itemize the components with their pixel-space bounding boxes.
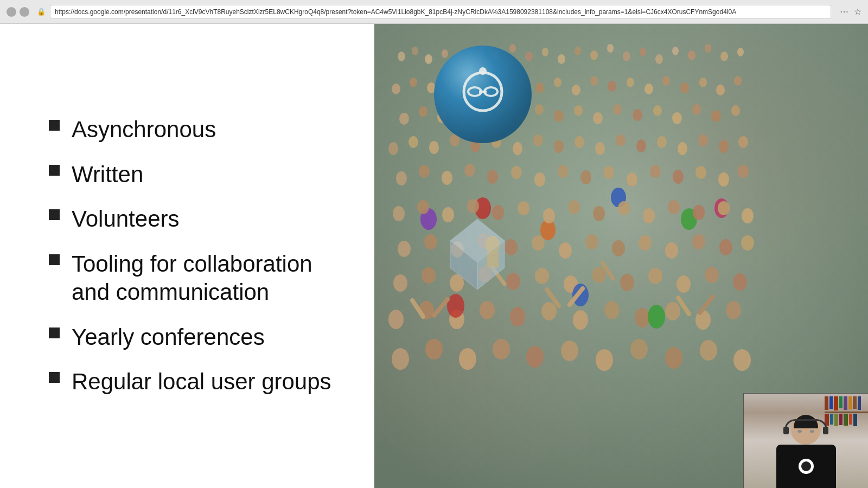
svg-point-141 xyxy=(648,268,662,284)
svg-point-88 xyxy=(603,166,614,179)
svg-point-20 xyxy=(705,44,711,53)
svg-point-3 xyxy=(425,54,432,64)
svg-point-129 xyxy=(741,235,754,251)
svg-point-89 xyxy=(627,172,637,187)
svg-point-67 xyxy=(513,142,522,155)
svg-point-35 xyxy=(608,81,616,92)
svg-point-50 xyxy=(535,104,544,115)
headset-earcup-right xyxy=(823,427,828,434)
bullet-marker xyxy=(49,372,60,383)
svg-point-71 xyxy=(595,142,605,155)
svg-point-115 xyxy=(742,208,754,223)
svg-point-17 xyxy=(655,54,663,64)
address-bar[interactable]: https://docs.google.com/presentation/d/1… xyxy=(50,5,831,19)
svg-point-163 xyxy=(493,339,510,359)
svg-point-140 xyxy=(620,274,634,291)
svg-point-150 xyxy=(541,302,557,320)
svg-point-110 xyxy=(618,201,630,215)
svg-point-23 xyxy=(392,84,400,94)
svg-point-161 xyxy=(425,339,443,359)
svg-point-38 xyxy=(662,76,670,86)
svg-point-91 xyxy=(673,170,684,184)
svg-point-63 xyxy=(429,141,439,154)
forward-button[interactable] xyxy=(20,7,29,17)
svg-point-42 xyxy=(734,76,742,86)
bullet-text-volunteers: Volunteers xyxy=(72,205,179,234)
svg-point-16 xyxy=(640,48,646,56)
svg-point-44 xyxy=(419,106,427,117)
svg-point-92 xyxy=(695,166,706,179)
svg-point-86 xyxy=(558,165,569,178)
list-item: Regular local user groups xyxy=(49,368,342,396)
svg-point-78 xyxy=(738,136,748,148)
svg-point-164 xyxy=(526,346,544,368)
svg-point-2 xyxy=(412,47,418,55)
svg-point-57 xyxy=(672,112,682,124)
svg-point-160 xyxy=(392,348,409,370)
svg-point-34 xyxy=(590,76,598,86)
svg-point-8 xyxy=(509,44,516,53)
svg-point-82 xyxy=(464,164,475,177)
svg-point-107 xyxy=(543,208,555,223)
svg-point-36 xyxy=(627,78,634,87)
svg-point-55 xyxy=(633,109,642,121)
svg-point-24 xyxy=(410,78,417,87)
browser-chrome: 🔒 https://docs.google.com/presentation/d… xyxy=(0,0,868,24)
svg-point-106 xyxy=(518,201,529,215)
svg-point-58 xyxy=(692,104,701,115)
svg-point-72 xyxy=(616,134,626,146)
svg-point-43 xyxy=(399,113,409,125)
svg-point-148 xyxy=(480,301,495,319)
person-head xyxy=(791,415,821,445)
svg-point-52 xyxy=(574,105,583,116)
svg-point-157 xyxy=(447,294,464,318)
svg-point-111 xyxy=(643,208,655,223)
svg-point-87 xyxy=(580,170,591,184)
person-silhouette xyxy=(776,415,836,488)
svg-point-103 xyxy=(442,207,454,222)
svg-point-80 xyxy=(419,165,430,178)
svg-point-54 xyxy=(613,104,622,115)
svg-point-90 xyxy=(650,165,661,178)
svg-point-124 xyxy=(612,240,625,256)
svg-point-137 xyxy=(535,268,549,284)
svg-point-18 xyxy=(672,47,679,55)
slide-left-panel: Asynchronous Written Volunteers Tooling … xyxy=(0,24,374,488)
svg-point-102 xyxy=(417,200,429,214)
svg-point-70 xyxy=(575,136,584,148)
svg-point-84 xyxy=(511,166,522,179)
bullet-text-asynchronous: Asynchronous xyxy=(72,115,216,144)
bullet-text-yearly-conferences: Yearly conferences xyxy=(72,323,265,352)
svg-point-94 xyxy=(738,165,749,178)
lock-icon: 🔒 xyxy=(37,8,46,16)
svg-point-132 xyxy=(393,274,407,292)
bullet-text-written: Written xyxy=(72,160,143,189)
svg-point-15 xyxy=(623,52,630,61)
svg-point-136 xyxy=(506,273,520,290)
svg-point-151 xyxy=(573,310,588,330)
svg-point-139 xyxy=(592,267,606,283)
svg-point-37 xyxy=(644,84,653,94)
headset xyxy=(784,419,827,430)
back-button[interactable] xyxy=(7,7,16,17)
svg-point-40 xyxy=(699,78,707,87)
extensions-icon[interactable]: ⋯ xyxy=(840,7,848,17)
svg-point-83 xyxy=(487,170,498,184)
list-item: Asynchronous xyxy=(49,115,342,144)
svg-point-142 xyxy=(676,275,691,293)
svg-point-56 xyxy=(653,105,662,116)
svg-point-156 xyxy=(726,301,741,319)
svg-point-22 xyxy=(737,48,744,56)
svg-point-31 xyxy=(535,82,544,93)
svg-point-69 xyxy=(554,140,564,153)
person-body xyxy=(776,445,836,488)
svg-point-154 xyxy=(665,302,680,320)
shirt-logo xyxy=(799,459,814,474)
svg-point-39 xyxy=(680,82,689,93)
svg-point-33 xyxy=(572,85,580,95)
svg-point-32 xyxy=(554,78,561,87)
bookmark-icon[interactable]: ☆ xyxy=(854,7,861,17)
list-item: Tooling for collaborationand communicati… xyxy=(49,250,342,307)
svg-point-113 xyxy=(693,205,705,220)
svg-point-133 xyxy=(422,267,436,284)
